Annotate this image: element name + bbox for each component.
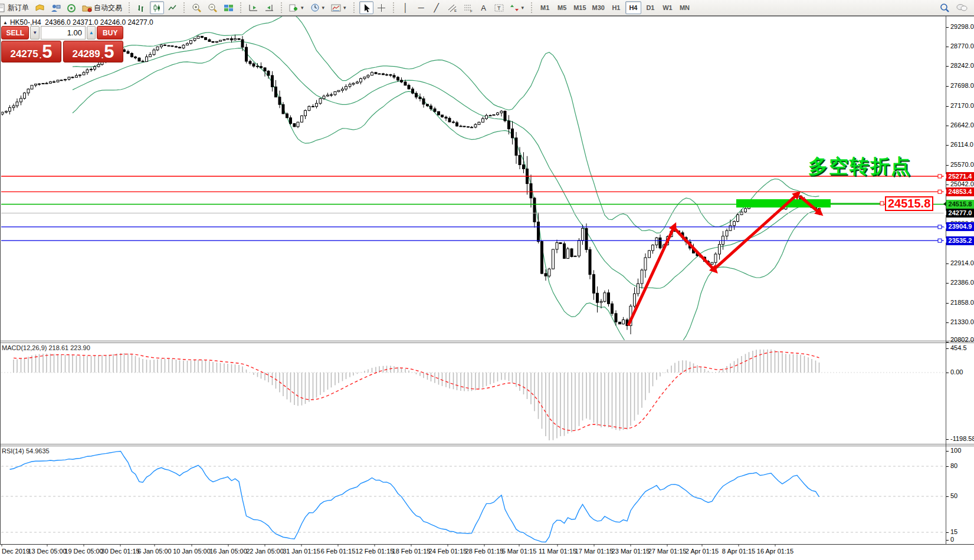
candle-body — [352, 83, 355, 84]
candle-body — [342, 89, 344, 90]
candle-body — [533, 198, 536, 222]
sell-price-main: 24275 — [10, 48, 38, 60]
macd-axis-label: 454.5 — [950, 344, 967, 351]
candle-body — [216, 41, 218, 42]
line-handle-marker[interactable] — [938, 190, 942, 193]
candle-body — [264, 68, 266, 71]
line-handle-marker[interactable] — [938, 225, 942, 229]
indicator-tick-mark — [946, 496, 949, 497]
time-axis-label: 19 Dec 05:00 — [64, 548, 103, 555]
candle-body — [441, 115, 444, 117]
price-tick-mark — [946, 322, 949, 323]
candle-body — [493, 115, 495, 116]
candle-body — [563, 243, 566, 258]
price-axis[interactable]: 29298.028770.028242.027698.027170.026642… — [946, 0, 974, 560]
price-tick-mark — [946, 66, 949, 67]
candle-body — [127, 51, 129, 53]
candle-body — [194, 38, 196, 40]
candle-body — [24, 93, 26, 98]
candle-body — [175, 47, 178, 47]
buy-price-main: 24289 — [72, 48, 100, 60]
candle-body — [345, 87, 347, 90]
line-handle-marker[interactable] — [938, 239, 942, 242]
volume-increment-button[interactable]: ▲ — [87, 26, 96, 39]
buy-price-panel[interactable]: 24289 . 5 — [63, 41, 123, 62]
candle-body — [745, 209, 747, 212]
bollinger-band[interactable] — [73, 41, 819, 288]
candle-body — [622, 320, 625, 324]
candle-body — [438, 111, 440, 115]
price-tick-mark — [946, 27, 949, 28]
candle-body — [282, 104, 284, 114]
candle-body — [456, 123, 458, 126]
candle-body — [234, 39, 237, 40]
time-axis-label: 16 Apr 01:15 — [757, 548, 793, 555]
price-tick-mark — [946, 342, 949, 342]
candle-body — [38, 84, 41, 84]
indicator-tick-mark — [946, 540, 949, 541]
candle-body — [729, 226, 732, 231]
price-tick-mark — [946, 86, 949, 87]
candle-body — [500, 111, 503, 113]
rsi-axis-label: 15 — [950, 528, 957, 535]
resistance-price-label[interactable]: 24515.8 — [885, 196, 933, 211]
candle-body — [304, 110, 307, 116]
candle-body — [578, 241, 581, 256]
candle-body — [135, 57, 137, 58]
candle-body — [205, 38, 207, 40]
candle-body — [604, 293, 606, 302]
chart-ohlc-header: ▲HK50-,H4 24366.0 24371.0 24246.0 24277.… — [3, 18, 153, 27]
leader-handle-marker[interactable] — [880, 202, 884, 205]
candle-body — [182, 45, 185, 48]
rsi-axis-label: 0 — [950, 536, 954, 543]
price-level-badge: 23535.2 — [946, 236, 974, 245]
time-axis[interactable]: Dec 201913 Dec 05:0019 Dec 05:0030 Dec 0… — [0, 545, 974, 560]
candle-body — [737, 215, 739, 221]
candle-body — [123, 50, 126, 51]
candle-body — [160, 45, 163, 47]
candle-body — [31, 85, 33, 89]
candle-body — [541, 242, 543, 274]
one-click-trading-panel: SELL ▼ ▲ BUY 24275 . 5 24289 . 5 — [1, 26, 123, 62]
trend-zigzag-line[interactable] — [628, 195, 796, 325]
chart-canvas[interactable] — [0, 0, 974, 560]
candle-body — [463, 126, 465, 127]
candle-body — [537, 222, 540, 242]
buy-button[interactable]: BUY — [97, 26, 123, 39]
candle-body — [260, 67, 263, 68]
rsi-axis-label: 100 — [950, 447, 961, 454]
candle-body — [45, 83, 48, 84]
candle-body — [90, 69, 93, 70]
candle-body — [35, 84, 37, 85]
candle-body — [478, 122, 480, 124]
time-axis-label: 6 Feb 01:15 — [321, 548, 356, 555]
candle-body — [149, 55, 152, 57]
symbol-title: HK50-,H4 — [10, 18, 41, 27]
candle-body — [97, 64, 100, 67]
volume-decrement-button[interactable]: ▼ — [30, 26, 40, 39]
sell-button[interactable]: SELL — [1, 26, 29, 39]
candle-body — [164, 45, 166, 45]
indicator-tick-mark — [946, 532, 949, 533]
candle-body — [76, 75, 78, 77]
price-tick-mark — [946, 145, 949, 146]
sell-price-panel[interactable]: 24275 . 5 — [1, 41, 61, 62]
candle-body — [64, 80, 67, 80]
line-handle-marker[interactable] — [938, 174, 942, 178]
candle-body — [393, 75, 395, 77]
candle-body — [349, 84, 351, 87]
candle-body — [42, 83, 44, 84]
turning-point-annotation[interactable]: 多空转折点 — [808, 153, 911, 180]
candle-body — [497, 113, 499, 115]
rsi-pane — [1, 452, 945, 542]
candle-body — [5, 111, 8, 113]
candle-body — [508, 121, 510, 129]
candle-body — [301, 116, 303, 122]
candle-body — [290, 118, 292, 124]
candle-body — [197, 36, 199, 38]
candle-body — [589, 249, 591, 274]
volume-input[interactable] — [41, 26, 86, 39]
candle-body — [515, 138, 517, 156]
collapse-triangle-icon[interactable]: ▲ — [3, 20, 8, 25]
candle-body — [611, 304, 614, 314]
